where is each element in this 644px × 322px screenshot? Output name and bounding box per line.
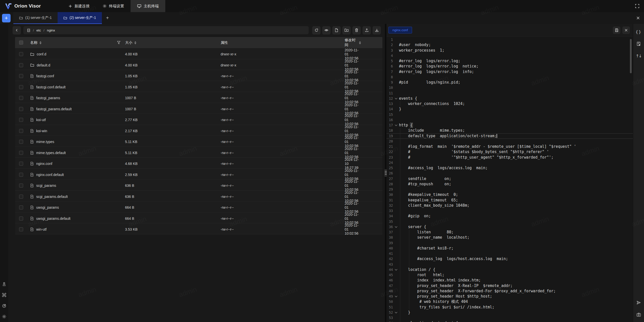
code-line[interactable]: 52 } bbox=[386, 310, 633, 315]
send-command-button[interactable] bbox=[634, 298, 643, 307]
code-line[interactable]: 23 # '"$http_user_agent" "$http_x_forwar… bbox=[386, 155, 633, 160]
code-line[interactable]: 3worker_processes 1; bbox=[386, 48, 633, 53]
code-line[interactable]: 16 bbox=[386, 117, 633, 123]
row-checkbox[interactable] bbox=[19, 140, 23, 144]
download-button[interactable] bbox=[373, 26, 381, 34]
back-button[interactable] bbox=[13, 26, 21, 34]
code-line[interactable]: 50 # web history 模式 404 bbox=[386, 299, 633, 304]
row-checkbox[interactable] bbox=[19, 107, 23, 111]
breadcrumb-segment-nginx[interactable]: nginx bbox=[47, 28, 55, 32]
code-line[interactable]: 49 proxy_set_header Host $http_host; bbox=[386, 294, 633, 299]
fold-chevron-icon[interactable] bbox=[395, 225, 397, 228]
fold-gutter[interactable] bbox=[393, 224, 399, 230]
row-checkbox[interactable] bbox=[19, 162, 23, 166]
fold-gutter[interactable] bbox=[393, 294, 399, 299]
delete-button[interactable] bbox=[352, 26, 361, 34]
code-line[interactable]: 44 location / { bbox=[386, 267, 633, 272]
fold-chevron-icon[interactable] bbox=[395, 268, 397, 270]
row-checkbox[interactable] bbox=[19, 52, 23, 56]
row-checkbox[interactable] bbox=[19, 227, 23, 231]
code-line[interactable]: 7#error_log logs/error.log info; bbox=[386, 69, 633, 75]
new-terminal-button[interactable]: + bbox=[2, 14, 11, 22]
add-tab-button[interactable]: + bbox=[102, 12, 113, 24]
code-line[interactable]: 13 worker_connections 1024; bbox=[386, 101, 633, 106]
code-line[interactable]: 11 bbox=[386, 91, 633, 96]
code-line[interactable]: 39 bbox=[386, 240, 633, 246]
row-checkbox[interactable] bbox=[19, 184, 23, 188]
code-line[interactable]: 31 keepalive_timeout 65; bbox=[386, 198, 633, 203]
code-line[interactable]: 34 #gzip on; bbox=[386, 213, 633, 219]
code-line[interactable]: 15 bbox=[386, 112, 633, 117]
code-line[interactable]: 43 bbox=[386, 262, 633, 267]
menu-terminal-settings[interactable]: 终端设置 bbox=[96, 0, 131, 12]
code-line[interactable]: 37 listen 80; bbox=[386, 230, 633, 235]
table-row[interactable]: fastcgi_params 1007 B -rw-r--r-- 2020-11… bbox=[15, 92, 382, 103]
code-line[interactable]: 20 bbox=[386, 139, 633, 144]
table-row[interactable]: scgi_params.default 636 B -rw-r--r-- 202… bbox=[15, 191, 382, 202]
table-row[interactable]: koi-utf 2.77 KB -rw-r--r-- 2020-11-01 10… bbox=[15, 114, 382, 125]
save-file-button[interactable] bbox=[613, 26, 620, 34]
col-header-mtime[interactable]: 修改时间 bbox=[345, 38, 357, 47]
sort-mtime-toggle[interactable] bbox=[359, 41, 361, 44]
code-line[interactable]: 6#error_log logs/error.log notice; bbox=[386, 64, 633, 69]
code-line[interactable]: 30 #keepalive_timeout 0; bbox=[386, 192, 633, 197]
theme-button[interactable] bbox=[2, 303, 7, 308]
col-header-name[interactable]: 名称 bbox=[30, 40, 37, 45]
table-row[interactable]: mime.types 5.11 KB -rw-r--r-- 2020-11-01… bbox=[15, 136, 382, 147]
code-line[interactable]: 51 try_files $uri $uri/ /index.html; bbox=[386, 305, 633, 310]
shortcut-button[interactable] bbox=[2, 293, 7, 297]
row-checkbox[interactable] bbox=[19, 151, 23, 155]
code-line[interactable]: 38 server_name localhost; bbox=[386, 235, 633, 240]
user-button[interactable] bbox=[2, 282, 7, 287]
code-line[interactable]: 22 # '$status $body_bytes_sent "$http_re… bbox=[386, 149, 633, 155]
editor-file-tab[interactable]: nginx.conf bbox=[388, 27, 412, 33]
code-line[interactable]: 45 root html; bbox=[386, 272, 633, 278]
fold-gutter[interactable] bbox=[393, 267, 399, 272]
row-checkbox[interactable] bbox=[19, 96, 23, 100]
table-row[interactable]: default.d 4.00 KB drwxr-xr-x 2020-11-01 … bbox=[15, 59, 382, 70]
table-row[interactable]: scgi_params 636 B -rw-r--r-- 2020-11-01 … bbox=[15, 180, 382, 191]
row-checkbox[interactable] bbox=[19, 118, 23, 122]
fold-gutter[interactable] bbox=[393, 320, 399, 322]
code-line[interactable]: 36 server { bbox=[386, 224, 633, 230]
row-checkbox[interactable] bbox=[19, 74, 23, 78]
code-line[interactable]: 9#pid logs/nginx.pid; bbox=[386, 80, 633, 85]
code-line[interactable]: 8 bbox=[386, 75, 633, 80]
snippets-button[interactable]: {} bbox=[634, 27, 643, 37]
table-row[interactable]: mime.types.default 5.11 KB -rw-r--r-- 20… bbox=[15, 147, 382, 158]
code-line[interactable]: 19 default_type application/octet-stream… bbox=[386, 133, 633, 139]
col-header-size[interactable]: 大小 bbox=[125, 40, 132, 45]
preview-button[interactable] bbox=[322, 26, 331, 34]
code-line[interactable]: 33 bbox=[386, 208, 633, 213]
path-breadcrumb[interactable]: / etc / nginx bbox=[23, 26, 309, 34]
fullscreen-button[interactable] bbox=[630, 0, 644, 12]
fold-gutter[interactable] bbox=[393, 123, 399, 128]
table-row[interactable]: uwsgi_params 664 B -rw-r--r-- 2020-11-01… bbox=[15, 201, 382, 212]
table-row[interactable]: uwsgi_params.default 664 B -rw-r--r-- 20… bbox=[15, 212, 382, 224]
sort-name-toggle[interactable] bbox=[39, 41, 42, 44]
code-line[interactable]: 42 #access_log logs/host.access.log main… bbox=[386, 256, 633, 262]
code-line[interactable]: 48 proxy_set_header X-Forwarded-For $pro… bbox=[386, 289, 633, 294]
select-all-checkbox[interactable] bbox=[19, 41, 23, 45]
code-line[interactable]: 4 bbox=[386, 53, 633, 58]
fold-chevron-icon[interactable] bbox=[395, 311, 397, 313]
fold-chevron-icon[interactable] bbox=[395, 97, 397, 99]
code-line[interactable]: 2#user nobody; bbox=[386, 42, 633, 48]
upload-button[interactable] bbox=[363, 26, 371, 34]
close-panel-button[interactable] bbox=[636, 16, 640, 20]
code-line[interactable]: 32 client_max_body_size 1048m; bbox=[386, 203, 633, 208]
table-row[interactable]: win-utf 3.53 KB -rw-r--r-- 2020-11-01 10… bbox=[15, 223, 382, 234]
tab-server-2[interactable]: (2) server-生产-1 bbox=[58, 12, 102, 24]
code-line[interactable]: 14} bbox=[386, 106, 633, 112]
transfer-list-button[interactable]: ↑↓ bbox=[634, 51, 643, 61]
code-area[interactable]: 12#user nobody;3worker_processes 1;45#er… bbox=[386, 37, 633, 322]
filter-icon[interactable] bbox=[117, 41, 120, 44]
fold-chevron-icon[interactable] bbox=[395, 124, 397, 126]
table-row[interactable]: fastcgi.conf.default 1.05 KB -rw-r--r-- … bbox=[15, 81, 382, 92]
code-line[interactable]: 5#error_log logs/error.log; bbox=[386, 58, 633, 64]
code-line[interactable]: 18 include mime.types; bbox=[386, 128, 633, 133]
table-row[interactable]: nginx.conf.default 2.59 KB -rw-r--r-- 20… bbox=[15, 169, 382, 180]
row-checkbox[interactable] bbox=[19, 85, 23, 89]
code-line[interactable]: 40 #charset koi8-r; bbox=[386, 246, 633, 251]
row-checkbox[interactable] bbox=[19, 63, 23, 67]
